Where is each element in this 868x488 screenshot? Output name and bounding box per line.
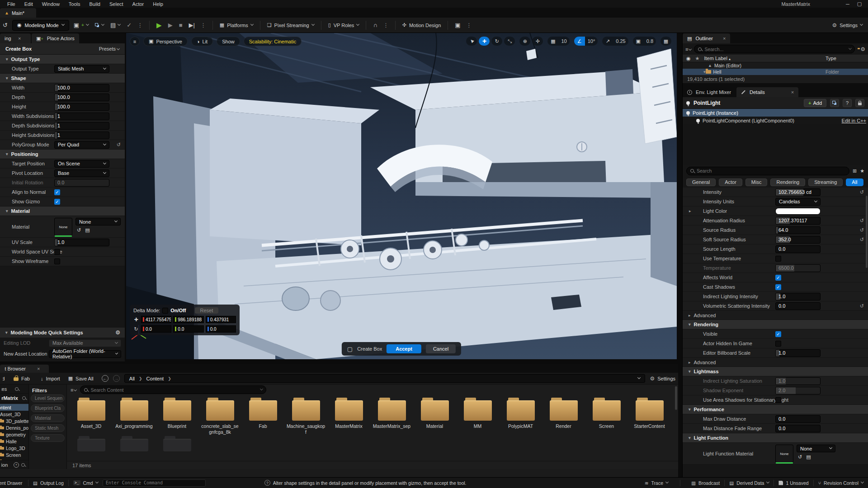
camera-options-icon[interactable]: ⋮ <box>465 22 473 28</box>
asset-folder-screen[interactable]: Screen <box>587 400 626 435</box>
breadcrumb-item-all[interactable]: All <box>129 376 135 381</box>
delta-rotate-z[interactable]: 0.0 <box>206 325 236 333</box>
tree-item-dennis-pos[interactable]: Dennis_pos <box>0 424 28 431</box>
cb-settings-dropdown[interactable]: ⚙Settings <box>650 375 675 382</box>
asset-folder-axi-programming[interactable]: Axi_programming <box>114 400 154 435</box>
delta-mode-checkbox[interactable] <box>162 308 168 314</box>
rotate-tool-icon[interactable]: ↻ <box>491 37 502 46</box>
dropdown-polygroup-mode[interactable]: Per Quad <box>54 141 109 149</box>
collections-header[interactable]: Collection + <box>0 460 28 469</box>
category-pill-streaming[interactable]: Streaming <box>808 178 843 186</box>
lock-icon[interactable] <box>855 99 864 107</box>
play-options-icon[interactable]: ⋮ <box>199 22 208 28</box>
close-icon[interactable]: × <box>18 36 21 41</box>
tree-item-geometry[interactable]: geometry <box>0 431 28 438</box>
menu-item-build[interactable]: Build <box>85 1 105 7</box>
menu-item-file[interactable]: File <box>3 1 20 7</box>
rotation-snap-icon[interactable]: ∠ <box>574 37 585 46</box>
camera-speed-icon[interactable]: ▣ <box>633 37 644 46</box>
asset-folder-startercontent[interactable]: StarterContent <box>630 400 669 435</box>
asset-folder-mm[interactable]: MM <box>458 400 497 435</box>
reset-to-default-icon[interactable]: ↺ <box>860 227 864 233</box>
broadcast-button[interactable]: ▥Broadcast <box>687 478 724 488</box>
details-search-input[interactable] <box>697 168 845 174</box>
value-input-source-length[interactable]: 0.0 <box>775 245 821 253</box>
section-header-shape[interactable]: ▾Shape <box>0 74 125 83</box>
delta-rotate-y[interactable]: 0.0 <box>173 325 203 333</box>
tree-item-screen[interactable]: Screen <box>0 451 28 458</box>
asset-folder-asset-3d[interactable]: Asset_3D <box>71 400 111 435</box>
value-input-max-distance-fade-range[interactable]: 0.0 <box>775 425 821 432</box>
eject-button[interactable]: ▶| <box>187 22 196 28</box>
tab-outliner[interactable]: ▤ Outliner × <box>683 33 730 43</box>
value-input-intensity[interactable]: 102.756653 cd <box>775 188 821 196</box>
asset-folder-polypicmat[interactable]: PolypicMAT <box>501 400 540 435</box>
value-input-width-subdivisions[interactable]: 1 <box>54 113 109 120</box>
accept-button[interactable]: Accept <box>387 344 421 353</box>
details-scrollbar[interactable] <box>866 196 868 268</box>
delta-translate-z[interactable]: 0.437931 <box>206 316 236 323</box>
value-input-max-draw-distance[interactable]: 0.0 <box>775 415 821 423</box>
section-header-light-function[interactable]: ▾Light Function <box>683 433 868 443</box>
value-input-volumetric-scattering-intensity[interactable]: 0.0 <box>775 302 821 310</box>
material-thumbnail[interactable]: None <box>775 445 793 463</box>
trace-dropdown[interactable]: ≋Trace <box>640 478 673 488</box>
tab-content-browser[interactable]: Content Browser × <box>0 365 49 373</box>
chevron-down-icon[interactable]: ▾ <box>703 70 706 74</box>
translate-tool-icon[interactable]: ✚ <box>479 37 490 46</box>
value-input-uv-scale[interactable]: 1.0 <box>54 239 109 246</box>
asset-location-dropdown[interactable]: AutoGen Folder (World-Relative) <box>49 350 121 358</box>
section-header-output-type[interactable]: ▾Output Type <box>0 55 125 64</box>
stop-button[interactable]: ■ <box>177 22 184 28</box>
revision-control-dropdown[interactable]: ⑂Revision Control <box>814 478 868 488</box>
viewport[interactable]: ≡ ▣Perspective ◑Lit Show Scalability: Ci… <box>126 33 677 359</box>
favorites-header[interactable]: Favorites <box>0 385 28 394</box>
outliner-settings-icon[interactable]: ⚙ <box>860 46 865 52</box>
frame-skip-button[interactable]: ▶ <box>166 22 175 28</box>
quick-settings-header[interactable]: ▾Modeling Mode Quick Settings ⚙ <box>0 328 125 338</box>
value-input-depth[interactable]: 100.0 <box>54 94 109 101</box>
grid-scrollbar[interactable] <box>675 386 677 410</box>
import-button[interactable]: ↓Import <box>41 376 60 381</box>
checkbox-show-gizmo[interactable]: ✓ <box>54 199 60 205</box>
dropdown-target-position[interactable]: On Scene <box>54 160 109 168</box>
cmd-dropdown[interactable]: >_Cmd <box>69 478 103 488</box>
value-input-initial-rotation[interactable]: 0.0 <box>54 179 109 187</box>
category-pill-misc[interactable]: Misc <box>745 178 768 186</box>
settings-dropdown[interactable]: ⚙Settings <box>830 22 864 28</box>
outliner-row-hell[interactable]: ▾HellFolder <box>683 69 868 75</box>
motion-design-button[interactable]: ✣Motion Design <box>401 22 443 28</box>
category-pill-general[interactable]: General <box>686 178 716 186</box>
menu-item-edit[interactable]: Edit <box>20 1 38 7</box>
checkbox-align-to-normal[interactable]: ✓ <box>54 189 60 195</box>
console-command-input[interactable] <box>106 480 203 485</box>
outliner-row-main-editor[interactable]: ▲Main (Editor) <box>683 62 868 69</box>
audio-options-icon[interactable]: ⋮ <box>382 22 390 28</box>
section-advanced[interactable]: ▸Advanced <box>683 311 868 320</box>
checkbox-actor-hidden-in-game[interactable] <box>775 341 781 347</box>
display-filter-icon[interactable]: ⊞ <box>853 168 857 174</box>
visibility-column-icon[interactable]: ◉ <box>686 56 691 61</box>
filter-pill-blueprint-cla[interactable]: Blueprint Cla <box>31 404 65 412</box>
delta-translate-x[interactable]: 4117.755475 <box>141 316 171 323</box>
vp-roles-dropdown[interactable]: ▯VP Roles <box>326 22 361 28</box>
category-pill-rendering[interactable]: Rendering <box>770 178 805 186</box>
section-advanced[interactable]: ▸Advanced <box>683 358 868 367</box>
menu-item-select[interactable]: Select <box>105 1 128 7</box>
menu-item-tools[interactable]: Tools <box>64 1 85 7</box>
blueprints-icon[interactable] <box>93 23 106 28</box>
pin-column-icon[interactable]: ★ <box>695 56 700 61</box>
section-header-performance[interactable]: ▾Performance <box>683 405 868 414</box>
item-label-column[interactable]: Item Label ▴ <box>704 56 730 61</box>
blueprint-icon[interactable] <box>830 99 839 107</box>
audio-icon[interactable]: ∩ <box>371 22 379 28</box>
delta-reset-button[interactable]: Reset <box>195 307 219 314</box>
content-search-input[interactable] <box>90 387 257 393</box>
tab-main-level[interactable]: ▲ Main* <box>0 8 36 18</box>
reset-to-default-icon[interactable]: ↺ <box>860 189 864 195</box>
value-input-depth-subdivisions[interactable]: 1 <box>54 122 109 130</box>
outliner-search[interactable] <box>694 45 855 53</box>
dropdown-pivot-location[interactable]: Base <box>54 169 109 177</box>
category-pill-actor[interactable]: Actor <box>719 178 742 186</box>
close-icon[interactable]: × <box>37 366 40 371</box>
